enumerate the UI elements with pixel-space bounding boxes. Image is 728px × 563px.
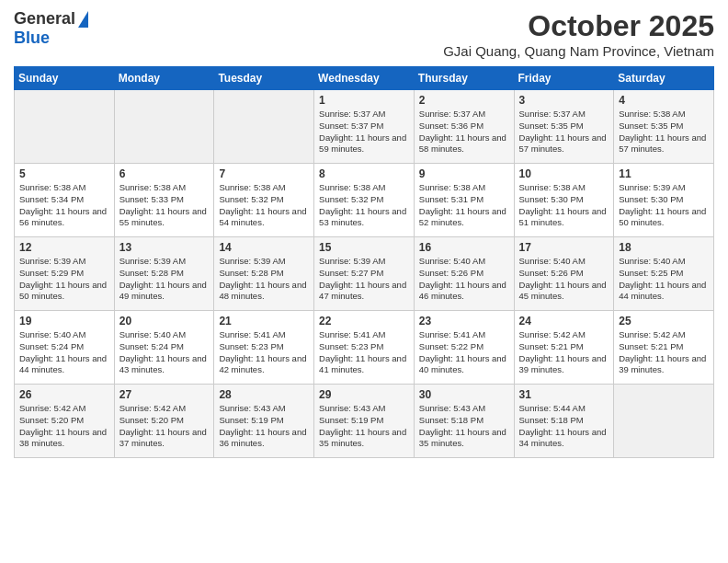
table-row: 18Sunrise: 5:40 AMSunset: 5:25 PMDayligh…: [614, 237, 714, 311]
table-row: 12Sunrise: 5:39 AMSunset: 5:29 PMDayligh…: [15, 237, 115, 311]
day-info: Sunrise: 5:44 AMSunset: 5:18 PMDaylight:…: [519, 403, 607, 448]
day-number: 29: [319, 388, 409, 401]
day-info: Sunrise: 5:43 AMSunset: 5:19 PMDaylight:…: [319, 403, 406, 448]
table-row: [15, 90, 115, 164]
day-info: Sunrise: 5:38 AMSunset: 5:32 PMDaylight:…: [219, 182, 306, 227]
day-info: Sunrise: 5:40 AMSunset: 5:26 PMDaylight:…: [519, 256, 607, 301]
day-number: 14: [219, 241, 309, 254]
calendar-table: Sunday Monday Tuesday Wednesday Thursday…: [14, 66, 714, 458]
week-row-2: 12Sunrise: 5:39 AMSunset: 5:29 PMDayligh…: [15, 237, 714, 311]
day-info: Sunrise: 5:38 AMSunset: 5:31 PMDaylight:…: [419, 182, 506, 227]
day-number: 23: [419, 315, 509, 327]
table-row: 17Sunrise: 5:40 AMSunset: 5:26 PMDayligh…: [514, 237, 614, 311]
day-number: 19: [19, 315, 109, 327]
day-number: 22: [319, 315, 409, 327]
day-number: 20: [119, 315, 210, 327]
table-row: 29Sunrise: 5:43 AMSunset: 5:19 PMDayligh…: [314, 385, 415, 458]
week-row-0: 1Sunrise: 5:37 AMSunset: 5:37 PMDaylight…: [15, 90, 714, 164]
table-row: 25Sunrise: 5:42 AMSunset: 5:21 PMDayligh…: [614, 311, 714, 385]
day-info: Sunrise: 5:40 AMSunset: 5:24 PMDaylight:…: [19, 329, 107, 374]
table-row: 28Sunrise: 5:43 AMSunset: 5:19 PMDayligh…: [214, 385, 314, 458]
day-number: 6: [119, 167, 210, 180]
table-row: 14Sunrise: 5:39 AMSunset: 5:28 PMDayligh…: [214, 237, 314, 311]
table-row: 10Sunrise: 5:38 AMSunset: 5:30 PMDayligh…: [514, 164, 614, 237]
day-info: Sunrise: 5:38 AMSunset: 5:33 PMDaylight:…: [119, 182, 207, 227]
day-info: Sunrise: 5:39 AMSunset: 5:28 PMDaylight:…: [219, 256, 306, 301]
day-info: Sunrise: 5:39 AMSunset: 5:29 PMDaylight:…: [19, 256, 107, 301]
day-info: Sunrise: 5:39 AMSunset: 5:28 PMDaylight:…: [119, 256, 207, 301]
day-number: 8: [319, 167, 409, 180]
table-row: 7Sunrise: 5:38 AMSunset: 5:32 PMDaylight…: [214, 164, 314, 237]
day-info: Sunrise: 5:40 AMSunset: 5:24 PMDaylight:…: [119, 329, 207, 374]
day-number: 5: [19, 167, 109, 180]
table-row: 19Sunrise: 5:40 AMSunset: 5:24 PMDayligh…: [15, 311, 115, 385]
day-number: 18: [619, 241, 709, 254]
logo-triangle-icon: [78, 11, 88, 28]
day-info: Sunrise: 5:38 AMSunset: 5:30 PMDaylight:…: [519, 182, 607, 227]
table-row: 6Sunrise: 5:38 AMSunset: 5:33 PMDaylight…: [114, 164, 214, 237]
day-number: 17: [519, 241, 609, 254]
day-number: 7: [219, 167, 309, 180]
day-info: Sunrise: 5:37 AMSunset: 5:37 PMDaylight:…: [319, 109, 406, 154]
day-number: 12: [19, 241, 109, 254]
table-row: 9Sunrise: 5:38 AMSunset: 5:31 PMDaylight…: [414, 164, 514, 237]
day-info: Sunrise: 5:41 AMSunset: 5:23 PMDaylight:…: [319, 329, 406, 374]
table-row: [614, 385, 714, 458]
day-info: Sunrise: 5:42 AMSunset: 5:20 PMDaylight:…: [19, 403, 107, 448]
header-tuesday: Tuesday: [214, 67, 314, 90]
table-row: 27Sunrise: 5:42 AMSunset: 5:20 PMDayligh…: [114, 385, 214, 458]
day-info: Sunrise: 5:42 AMSunset: 5:20 PMDaylight:…: [119, 403, 207, 448]
day-info: Sunrise: 5:39 AMSunset: 5:27 PMDaylight:…: [319, 256, 406, 301]
table-row: 8Sunrise: 5:38 AMSunset: 5:32 PMDaylight…: [314, 164, 415, 237]
title-section: October 2025 GJai Quang, Quang Nam Provi…: [443, 9, 714, 59]
day-info: Sunrise: 5:38 AMSunset: 5:34 PMDaylight:…: [19, 182, 107, 227]
day-number: 21: [219, 315, 309, 327]
header-friday: Friday: [514, 67, 614, 90]
logo: General Blue: [14, 9, 88, 48]
table-row: 11Sunrise: 5:39 AMSunset: 5:30 PMDayligh…: [614, 164, 714, 237]
table-row: 24Sunrise: 5:42 AMSunset: 5:21 PMDayligh…: [514, 311, 614, 385]
day-info: Sunrise: 5:42 AMSunset: 5:21 PMDaylight:…: [519, 329, 607, 374]
header-sunday: Sunday: [15, 67, 115, 90]
table-row: [114, 90, 214, 164]
day-info: Sunrise: 5:37 AMSunset: 5:36 PMDaylight:…: [419, 109, 506, 154]
day-info: Sunrise: 5:43 AMSunset: 5:18 PMDaylight:…: [419, 403, 506, 448]
week-row-3: 19Sunrise: 5:40 AMSunset: 5:24 PMDayligh…: [15, 311, 714, 385]
table-row: 16Sunrise: 5:40 AMSunset: 5:26 PMDayligh…: [414, 237, 514, 311]
calendar-container: General Blue October 2025 GJai Quang, Qu…: [0, 0, 728, 467]
day-number: 10: [519, 167, 609, 180]
day-number: 24: [519, 315, 609, 327]
table-row: 2Sunrise: 5:37 AMSunset: 5:36 PMDaylight…: [414, 90, 514, 164]
day-number: 3: [519, 94, 609, 107]
day-number: 2: [419, 94, 509, 107]
day-number: 9: [419, 167, 509, 180]
day-number: 15: [319, 241, 409, 254]
table-row: 21Sunrise: 5:41 AMSunset: 5:23 PMDayligh…: [214, 311, 314, 385]
month-title: October 2025: [443, 9, 714, 43]
day-info: Sunrise: 5:40 AMSunset: 5:25 PMDaylight:…: [619, 256, 706, 301]
table-row: 31Sunrise: 5:44 AMSunset: 5:18 PMDayligh…: [514, 385, 614, 458]
table-row: 15Sunrise: 5:39 AMSunset: 5:27 PMDayligh…: [314, 237, 415, 311]
day-number: 4: [619, 94, 709, 107]
week-row-1: 5Sunrise: 5:38 AMSunset: 5:34 PMDaylight…: [15, 164, 714, 237]
weekday-header-row: Sunday Monday Tuesday Wednesday Thursday…: [15, 67, 714, 90]
day-info: Sunrise: 5:41 AMSunset: 5:22 PMDaylight:…: [419, 329, 506, 374]
table-row: 23Sunrise: 5:41 AMSunset: 5:22 PMDayligh…: [414, 311, 514, 385]
header-monday: Monday: [114, 67, 214, 90]
table-row: 1Sunrise: 5:37 AMSunset: 5:37 PMDaylight…: [314, 90, 415, 164]
day-number: 13: [119, 241, 210, 254]
day-info: Sunrise: 5:41 AMSunset: 5:23 PMDaylight:…: [219, 329, 306, 374]
table-row: 30Sunrise: 5:43 AMSunset: 5:18 PMDayligh…: [414, 385, 514, 458]
day-number: 16: [419, 241, 509, 254]
day-info: Sunrise: 5:43 AMSunset: 5:19 PMDaylight:…: [219, 403, 306, 448]
day-info: Sunrise: 5:37 AMSunset: 5:35 PMDaylight:…: [519, 109, 607, 154]
day-number: 25: [619, 315, 709, 327]
table-row: 26Sunrise: 5:42 AMSunset: 5:20 PMDayligh…: [15, 385, 115, 458]
table-row: 5Sunrise: 5:38 AMSunset: 5:34 PMDaylight…: [15, 164, 115, 237]
logo-general: General: [14, 9, 75, 29]
table-row: [214, 90, 314, 164]
header-section: General Blue October 2025 GJai Quang, Qu…: [14, 9, 714, 59]
day-info: Sunrise: 5:40 AMSunset: 5:26 PMDaylight:…: [419, 256, 506, 301]
day-number: 26: [19, 388, 109, 401]
table-row: 4Sunrise: 5:38 AMSunset: 5:35 PMDaylight…: [614, 90, 714, 164]
